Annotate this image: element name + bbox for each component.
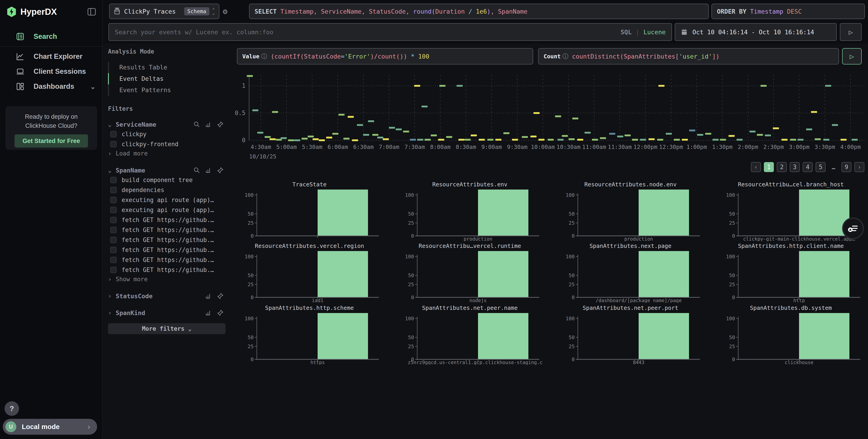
page-button-2[interactable]: 2 — [777, 162, 787, 172]
floating-filter-button[interactable] — [842, 217, 864, 239]
help-button[interactable]: ? — [4, 401, 19, 416]
page-button-5[interactable]: 5 — [815, 162, 826, 172]
filter-value-label[interactable]: clickpy — [122, 131, 147, 138]
mini-chart-spanattributes-next-page: SpanAttributes.next.page10050250/dashboa… — [565, 242, 703, 303]
page-button-3[interactable]: 3 — [790, 162, 800, 172]
search-run-button[interactable]: ▷ — [840, 23, 862, 41]
checkbox[interactable] — [110, 267, 117, 273]
filter-value-label[interactable]: executing api route (app)… — [122, 207, 214, 213]
page-next-button[interactable]: › — [855, 162, 864, 172]
page-prev-button[interactable]: ‹ — [751, 162, 761, 172]
filter-value-label[interactable]: fetch GET https://github.… — [122, 266, 214, 273]
select-query-input[interactable]: SELECT Timestamp, ServiceName, StatusCod… — [249, 4, 709, 19]
checkbox[interactable] — [110, 237, 117, 243]
laptop-icon — [16, 67, 25, 76]
sidebar-item-search[interactable]: Search — [0, 29, 102, 44]
svg-text:3:30pm: 3:30pm — [815, 144, 835, 150]
bar-chart-icon[interactable] — [205, 310, 212, 316]
filter-value-row: executing api route (app)… — [108, 195, 224, 205]
filter-value-label[interactable]: fetch GET https://github.… — [122, 236, 214, 243]
filter-value-label[interactable]: fetch GET https://github.… — [122, 257, 214, 263]
svg-text:0: 0 — [242, 137, 245, 144]
filter-value-row: fetch GET https://github.… — [108, 265, 224, 275]
filter-group-name[interactable]: SpanKind — [116, 310, 205, 316]
chevron-right-icon[interactable]: › — [108, 310, 116, 316]
run-query-button[interactable]: ▷ — [842, 48, 862, 64]
svg-text:SpanAttributes.http.scheme: SpanAttributes.http.scheme — [265, 304, 354, 311]
search-icon[interactable] — [193, 167, 200, 174]
get-started-button[interactable]: Get Started for Free — [14, 135, 88, 148]
svg-text:12:30pm: 12:30pm — [659, 144, 683, 150]
svg-text:50: 50 — [408, 334, 414, 340]
filter-value-row: build component tree — [108, 175, 224, 185]
time-range-picker[interactable]: Oct 10 04:16:14 - Oct 10 16:16:14 — [675, 23, 837, 41]
analysis-mode-event-patterns[interactable]: Event Patterns — [108, 84, 224, 96]
sql-mode-button[interactable]: SQL — [620, 29, 631, 36]
filter-value-label[interactable]: clickpy-frontend — [122, 141, 178, 148]
filter-value-row: fetch GET https://github.… — [108, 225, 224, 235]
svg-text:SpanAttributes.net.peer.port: SpanAttributes.net.peer.port — [583, 304, 678, 311]
analysis-mode-event-deltas[interactable]: Event Deltas — [108, 73, 224, 84]
lucene-mode-button[interactable]: Lucene — [643, 29, 665, 36]
bar-chart-icon[interactable] — [205, 293, 212, 299]
checkbox[interactable] — [110, 227, 117, 233]
count-expression-input[interactable]: Count ⓘ countDistinct(SpanAttributes['us… — [538, 48, 839, 64]
chevron-right-icon[interactable]: › — [108, 293, 116, 299]
bar-chart-icon[interactable] — [205, 121, 212, 128]
checkbox[interactable] — [110, 131, 117, 137]
filter-value-label[interactable]: executing api route (app)… — [122, 197, 214, 203]
pin-icon[interactable] — [217, 121, 224, 128]
checkbox[interactable] — [110, 257, 117, 263]
filter-group-name[interactable]: ServiceName — [116, 121, 193, 128]
info-icon: ⓘ — [261, 53, 267, 60]
chevron-down-icon[interactable]: ⌄ — [108, 167, 116, 174]
value-expression-input[interactable]: Value ⓘ (countIf(StatusCode='Error')/cou… — [237, 48, 533, 64]
svg-text:50: 50 — [248, 273, 254, 278]
sidebar-item-chart-explorer[interactable]: Chart Explorer — [0, 49, 102, 64]
pin-icon[interactable] — [217, 167, 224, 174]
order-by-input[interactable]: ORDER BY Timestamp DESC — [711, 4, 865, 19]
svg-text:0: 0 — [732, 233, 735, 239]
filter-value-label[interactable]: build component tree — [122, 177, 193, 183]
sidebar-item-dashboards[interactable]: Dashboards⌄ — [0, 79, 102, 94]
svg-text:0: 0 — [251, 295, 254, 300]
filter-group-name[interactable]: SpanName — [116, 167, 193, 174]
filter-value-row: clickpy — [108, 129, 224, 139]
filter-value-label[interactable]: dependencies — [122, 186, 164, 194]
more-filters-button[interactable]: More filters ⌄ — [108, 323, 225, 334]
mini-chart-resourceattributes-env: ResourceAttributes.env10050250production — [404, 180, 542, 241]
chevron-right-icon: › — [108, 276, 116, 283]
page-button-1[interactable]: 1 — [764, 162, 774, 172]
page-button-4[interactable]: 4 — [803, 162, 813, 172]
attribute-charts-grid: TraceState10050250ResourceAttributes.env… — [231, 179, 867, 365]
filter-value-label[interactable]: fetch GET https://github.… — [122, 246, 214, 253]
pin-icon[interactable] — [217, 310, 224, 316]
checkbox[interactable] — [110, 247, 117, 253]
show-more-link[interactable]: ›Show more — [108, 275, 224, 284]
user-menu[interactable]: U Local mode › — [3, 419, 97, 435]
checkbox[interactable] — [110, 177, 117, 183]
sidebar-item-label: Chart Explorer — [34, 53, 82, 61]
checkbox[interactable] — [110, 207, 117, 213]
sidebar-item-client-sessions[interactable]: Client Sessions — [0, 64, 102, 79]
collapse-sidebar-icon[interactable] — [87, 8, 96, 16]
pin-icon[interactable] — [217, 293, 224, 299]
load-more-link[interactable]: ›Load more — [108, 149, 224, 158]
filter-panel: Analysis Mode Results TableEvent DeltasE… — [102, 0, 229, 439]
svg-text:11:30am: 11:30am — [608, 144, 631, 150]
filter-group-name[interactable]: StatusCode — [116, 293, 205, 300]
order-by-text: ORDER BY Timestamp DESC — [717, 8, 802, 15]
svg-text:7:30am: 7:30am — [404, 144, 425, 150]
filter-value-label[interactable]: fetch GET https://github.… — [122, 227, 214, 233]
checkbox[interactable] — [110, 141, 117, 147]
checkbox[interactable] — [110, 187, 117, 193]
page-button-9[interactable]: 9 — [841, 162, 851, 172]
search-icon[interactable] — [193, 121, 200, 128]
chevron-down-icon[interactable]: ⌄ — [108, 121, 116, 128]
checkbox[interactable] — [110, 197, 117, 203]
analysis-mode-results-table[interactable]: Results Table — [108, 62, 224, 73]
checkbox[interactable] — [110, 217, 117, 223]
filter-value-label[interactable]: fetch GET https://github.… — [122, 216, 214, 223]
svg-text:ResourceAttributes.env: ResourceAttributes.env — [432, 181, 507, 188]
bar-chart-icon[interactable] — [205, 167, 212, 174]
